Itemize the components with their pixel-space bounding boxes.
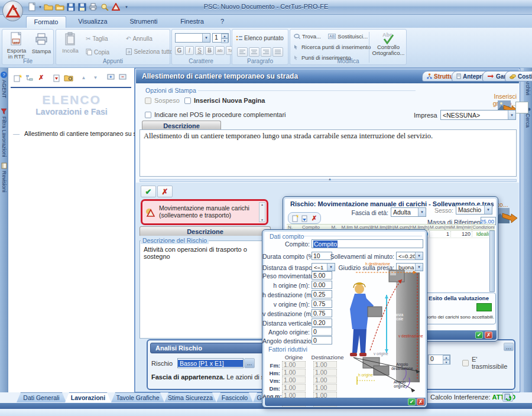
compito-cancel-button[interactable]: ✗ [417,398,424,405]
tab-finestra[interactable]: Finestra [171,16,213,28]
copia-button[interactable]: Copia [86,48,109,56]
h-destinazione-input[interactable]: 0.25 [312,290,332,298]
save-all-icon[interactable] [77,2,87,11]
delete-compito-icon[interactable]: ✗ [312,214,317,222]
descrizione-rischio-tab[interactable]: Descrizione [140,226,271,236]
angolo-destinazione-input[interactable]: 0 [312,336,332,344]
agent-panel-tab[interactable]: ? AGENT [1,72,7,98]
revisioni-panel-tab[interactable]: Revisioni [1,162,7,193]
align-left-button[interactable] [237,47,248,57]
spinner-up-icon[interactable]: ▲ [443,355,450,360]
rischio-spinner[interactable]: 0 ▲▼ [428,355,450,365]
rischio-combo[interactable]: Basso [P1 x E1] [177,358,244,368]
interferenze-refresh-button[interactable] [502,392,513,402]
fascia-dropdown-icon[interactable]: ▼ [418,208,426,216]
add-item-icon[interactable] [12,73,23,83]
filtra-lavorazioni-panel-tab[interactable]: Filtra Lavorazioni [1,108,7,157]
font-size-stepper[interactable]: 1 ▲▼ [212,33,229,43]
sollevamenti-select[interactable]: <=0.20▼ [396,252,423,260]
bold-button[interactable]: G [175,46,184,55]
controllo-ortografico-button[interactable]: Abc Controllo Ortografico... [372,31,405,57]
sub-item-icon[interactable] [24,73,35,83]
align-right-button[interactable] [261,47,271,57]
tab-stima-sicurezza[interactable]: Stima Sicurezza [164,392,216,402]
qat-customize-icon[interactable]: ▼ [125,5,128,9]
taglia-button[interactable]: ✂ Taglia [86,35,108,42]
elenco-puntato-button[interactable]: Elenco puntato [236,35,284,41]
spinner-down-icon[interactable]: ▼ [443,360,450,365]
impresa-dropdown-icon[interactable]: ▼ [508,110,515,119]
trova-button[interactable]: Trova... [294,33,321,40]
tab-visualizza[interactable]: Visualizza [70,16,116,28]
align-center-button[interactable] [249,47,259,57]
panel-more-button[interactable]: … [504,343,514,351]
fascia-eta-select[interactable]: Adulta▼ [391,207,426,217]
underline-button[interactable]: S [195,46,204,55]
font-family-combo[interactable]: ▼ [175,33,210,43]
grafico-thumbnail-2[interactable] [495,208,518,225]
print-icon[interactable] [89,2,98,11]
splitter-handle[interactable]: ▲ [140,179,517,182]
add-compito-icon[interactable] [292,214,299,222]
trasmissibile-checkbox[interactable] [462,360,469,366]
size-up-icon[interactable]: ▲ [221,34,228,38]
size-down-icon[interactable]: ▼ [221,38,228,43]
insert-page-icon[interactable] [51,73,62,83]
risk-list-scrollbar[interactable]: ▲▼ [259,202,265,222]
peso-input[interactable]: 5.00 [312,271,332,280]
annulla-button[interactable]: ↶ Annulla [126,35,153,42]
strikethrough-button[interactable]: B [205,46,214,55]
pos-checkbox[interactable] [145,112,151,118]
font-dropdown-icon[interactable]: ▼ [202,34,210,42]
compito-input[interactable]: Compito [312,239,423,248]
save-icon[interactable] [66,2,76,11]
dialog-ok-button[interactable]: ✔ [475,332,483,339]
table-scrollbar[interactable] [489,230,495,292]
move-up-icon[interactable]: ▲ [78,73,89,83]
seleziona-tutto-button[interactable]: a Seleziona tutto [126,48,173,55]
confirm-check-button[interactable]: ✔ [141,186,156,197]
angolo-origine-input[interactable]: 0 [312,327,332,336]
application-menu-button[interactable] [2,1,23,21]
tab-fascicolo[interactable]: Fascicolo [216,392,253,402]
tab-lavorazioni[interactable]: Lavorazioni [65,392,111,402]
new-document-icon[interactable] [27,2,37,11]
open-folder-icon[interactable] [44,2,53,11]
align-justify-button[interactable] [273,47,283,57]
insert-compito-icon[interactable] [301,214,308,222]
esporta-rtf-button[interactable]: RTF Esporta in RTF [5,32,28,60]
v-destinazione-input[interactable]: 0.75 [312,309,332,317]
scroll-up-icon[interactable]: ▲ [261,203,264,206]
v-origine-input[interactable]: 0.75 [312,300,332,308]
delete-item-icon[interactable]: ✗ [35,73,47,83]
tab-formato[interactable]: Formato [26,16,66,28]
expand-all-icon[interactable] [105,73,116,83]
rischio-selected-item[interactable]: Movimentazione manuale carichi (sollevam… [141,199,268,225]
incolla-button[interactable]: Incolla [59,32,82,54]
tab-strumenti[interactable]: Strumenti [121,16,167,28]
impresa-select[interactable]: <NESSUNA> ▼ [440,110,516,120]
tab-help[interactable]: ? [215,16,229,28]
tree-item[interactable]: — Allestimento di cantiere temporaneo su… [13,129,134,137]
ricerca-punti-button[interactable]: Ricerca punti di inserimento [294,44,371,50]
costi-button[interactable]: Costi [505,71,532,82]
new-document-dropdown-icon[interactable]: ▼ [38,5,42,9]
tab-dati-generali[interactable]: Dati Generali [17,392,66,402]
sostituisci-button[interactable]: AB Sostituisci... [328,33,368,40]
sesso-dropdown-icon[interactable]: ▼ [484,206,492,214]
descrizione-tab[interactable]: Descrizione [142,121,221,129]
acca-tool-icon[interactable] [111,2,121,11]
rischio-more-button[interactable]: ... [244,358,255,368]
cancel-x-button[interactable]: ✗ [157,186,173,197]
search-archive-icon[interactable] [63,73,74,83]
compito-ok-button[interactable]: ✔ [408,398,416,405]
highlight-button[interactable]: ab [215,46,225,55]
descrizione-textarea[interactable]: Allestimento di un cantiere temporaneo l… [140,129,517,177]
sesso-select[interactable]: Maschio▼ [456,205,492,214]
sollevamenti-dropdown-icon[interactable]: ▼ [415,252,423,259]
stampa-button[interactable]: Stampa [31,32,52,54]
descrizione-rischio-textarea[interactable]: Attività con operazioni di trasporto o s… [140,240,271,339]
nuova-pagina-checkbox[interactable] [184,98,191,104]
italic-button[interactable]: I [185,46,194,55]
collapse-all-icon[interactable] [117,73,128,83]
